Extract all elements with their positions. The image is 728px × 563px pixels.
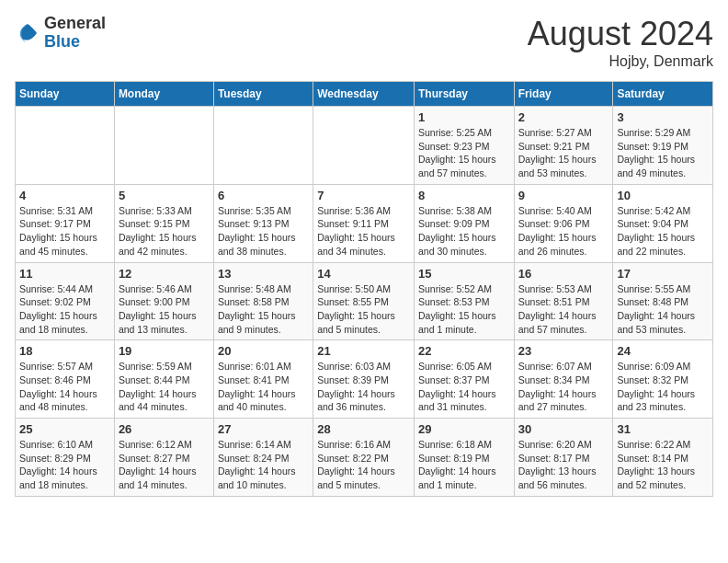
logo-blue-text: Blue (44, 33, 106, 52)
day-info: Sunrise: 5:46 AM Sunset: 9:00 PM Dayligh… (119, 282, 210, 337)
calendar-cell: 9Sunrise: 5:40 AM Sunset: 9:06 PM Daylig… (514, 184, 613, 262)
day-number: 8 (418, 189, 510, 202)
calendar-cell (16, 107, 115, 185)
calendar-cell: 6Sunrise: 5:35 AM Sunset: 9:13 PM Daylig… (213, 184, 313, 262)
day-info: Sunrise: 5:52 AM Sunset: 8:53 PM Dayligh… (418, 282, 510, 337)
day-info: Sunrise: 6:07 AM Sunset: 8:34 PM Dayligh… (518, 360, 609, 414)
calendar-cell: 8Sunrise: 5:38 AM Sunset: 9:09 PM Daylig… (414, 184, 514, 262)
calendar-cell: 4Sunrise: 5:31 AM Sunset: 9:17 PM Daylig… (16, 184, 115, 262)
day-info: Sunrise: 6:03 AM Sunset: 8:39 PM Dayligh… (317, 360, 410, 414)
day-number: 27 (218, 422, 309, 436)
month-title: August 2024 Hojby, Denmark (528, 15, 713, 70)
day-number: 4 (19, 189, 110, 202)
day-number: 12 (119, 267, 210, 281)
calendar-cell: 15Sunrise: 5:52 AM Sunset: 8:53 PM Dayli… (414, 262, 514, 340)
day-number: 2 (518, 110, 609, 124)
calendar-cell: 29Sunrise: 6:18 AM Sunset: 8:19 PM Dayli… (414, 419, 514, 497)
day-info: Sunrise: 6:05 AM Sunset: 8:37 PM Dayligh… (418, 360, 510, 414)
day-info: Sunrise: 5:36 AM Sunset: 9:11 PM Dayligh… (317, 204, 410, 259)
day-info: Sunrise: 5:50 AM Sunset: 8:55 PM Dayligh… (317, 282, 410, 337)
weekday-header-monday: Monday (114, 82, 213, 107)
calendar-cell: 13Sunrise: 5:48 AM Sunset: 8:58 PM Dayli… (213, 262, 313, 340)
calendar-cell: 26Sunrise: 6:12 AM Sunset: 8:27 PM Dayli… (114, 419, 213, 497)
day-info: Sunrise: 5:25 AM Sunset: 9:23 PM Dayligh… (418, 126, 510, 180)
logo: General Blue (15, 15, 106, 52)
day-number: 13 (218, 267, 309, 281)
calendar-cell: 7Sunrise: 5:36 AM Sunset: 9:11 PM Daylig… (313, 184, 415, 262)
day-info: Sunrise: 6:14 AM Sunset: 8:24 PM Dayligh… (218, 438, 309, 492)
day-number: 17 (617, 267, 709, 281)
day-number: 23 (518, 344, 609, 358)
day-info: Sunrise: 6:16 AM Sunset: 8:22 PM Dayligh… (317, 438, 410, 492)
calendar-cell: 18Sunrise: 5:57 AM Sunset: 8:46 PM Dayli… (16, 340, 115, 419)
calendar-cell: 23Sunrise: 6:07 AM Sunset: 8:34 PM Dayli… (514, 340, 613, 419)
day-number: 30 (518, 422, 609, 436)
day-number: 28 (317, 422, 410, 436)
day-info: Sunrise: 6:22 AM Sunset: 8:14 PM Dayligh… (617, 438, 709, 492)
calendar-cell (313, 107, 415, 185)
weekday-header-friday: Friday (514, 82, 613, 107)
day-number: 7 (317, 189, 410, 202)
day-number: 20 (218, 344, 309, 358)
day-info: Sunrise: 6:20 AM Sunset: 8:17 PM Dayligh… (518, 438, 609, 492)
calendar-cell: 28Sunrise: 6:16 AM Sunset: 8:22 PM Dayli… (313, 419, 415, 497)
day-number: 11 (19, 267, 110, 281)
day-info: Sunrise: 5:33 AM Sunset: 9:15 PM Dayligh… (119, 204, 210, 259)
logo-text: General Blue (44, 15, 106, 52)
day-info: Sunrise: 5:27 AM Sunset: 9:21 PM Dayligh… (518, 126, 609, 180)
day-info: Sunrise: 5:31 AM Sunset: 9:17 PM Dayligh… (19, 204, 110, 259)
day-info: Sunrise: 5:40 AM Sunset: 9:06 PM Dayligh… (518, 204, 609, 259)
month-year: August 2024 (528, 15, 713, 53)
page-header: General Blue August 2024 Hojby, Denmark (15, 15, 713, 70)
week-row-1: 1Sunrise: 5:25 AM Sunset: 9:23 PM Daylig… (16, 107, 713, 185)
day-info: Sunrise: 5:55 AM Sunset: 8:48 PM Dayligh… (617, 282, 709, 337)
calendar-cell: 2Sunrise: 5:27 AM Sunset: 9:21 PM Daylig… (514, 107, 613, 185)
day-number: 15 (418, 267, 510, 281)
calendar-cell (114, 107, 213, 185)
day-info: Sunrise: 5:59 AM Sunset: 8:44 PM Dayligh… (119, 360, 210, 414)
calendar-cell: 5Sunrise: 5:33 AM Sunset: 9:15 PM Daylig… (114, 184, 213, 262)
day-number: 26 (119, 422, 210, 436)
logo-general-text: General (44, 15, 106, 33)
day-number: 14 (317, 267, 410, 281)
day-info: Sunrise: 6:01 AM Sunset: 8:41 PM Dayligh… (218, 360, 309, 414)
week-row-3: 11Sunrise: 5:44 AM Sunset: 9:02 PM Dayli… (16, 262, 713, 340)
week-row-2: 4Sunrise: 5:31 AM Sunset: 9:17 PM Daylig… (16, 184, 713, 262)
calendar-cell: 19Sunrise: 5:59 AM Sunset: 8:44 PM Dayli… (114, 340, 213, 419)
weekday-header-tuesday: Tuesday (213, 82, 313, 107)
day-number: 25 (19, 422, 110, 436)
calendar-cell: 10Sunrise: 5:42 AM Sunset: 9:04 PM Dayli… (613, 184, 713, 262)
calendar-cell: 17Sunrise: 5:55 AM Sunset: 8:48 PM Dayli… (613, 262, 713, 340)
calendar-cell: 30Sunrise: 6:20 AM Sunset: 8:17 PM Dayli… (514, 419, 613, 497)
week-row-5: 25Sunrise: 6:10 AM Sunset: 8:29 PM Dayli… (16, 419, 713, 497)
day-number: 3 (617, 110, 709, 124)
day-number: 9 (518, 189, 609, 202)
weekday-header-sunday: Sunday (16, 82, 115, 107)
calendar-cell: 25Sunrise: 6:10 AM Sunset: 8:29 PM Dayli… (16, 419, 115, 497)
calendar-cell: 14Sunrise: 5:50 AM Sunset: 8:55 PM Dayli… (313, 262, 415, 340)
day-info: Sunrise: 5:44 AM Sunset: 9:02 PM Dayligh… (19, 282, 110, 337)
day-info: Sunrise: 5:38 AM Sunset: 9:09 PM Dayligh… (418, 204, 510, 259)
calendar-cell: 31Sunrise: 6:22 AM Sunset: 8:14 PM Dayli… (613, 419, 713, 497)
day-number: 24 (617, 344, 709, 358)
day-number: 21 (317, 344, 410, 358)
day-info: Sunrise: 5:29 AM Sunset: 9:19 PM Dayligh… (617, 126, 709, 180)
day-info: Sunrise: 5:57 AM Sunset: 8:46 PM Dayligh… (19, 360, 110, 414)
day-number: 5 (119, 189, 210, 202)
weekday-header-saturday: Saturday (613, 82, 713, 107)
day-info: Sunrise: 6:18 AM Sunset: 8:19 PM Dayligh… (418, 438, 510, 492)
day-number: 31 (617, 422, 709, 436)
calendar-cell: 24Sunrise: 6:09 AM Sunset: 8:32 PM Dayli… (613, 340, 713, 419)
day-number: 29 (418, 422, 510, 436)
day-number: 16 (518, 267, 609, 281)
day-number: 1 (418, 110, 510, 124)
day-info: Sunrise: 5:42 AM Sunset: 9:04 PM Dayligh… (617, 204, 709, 259)
calendar-cell: 1Sunrise: 5:25 AM Sunset: 9:23 PM Daylig… (414, 107, 514, 185)
calendar-body: 1Sunrise: 5:25 AM Sunset: 9:23 PM Daylig… (16, 107, 713, 497)
calendar-cell: 20Sunrise: 6:01 AM Sunset: 8:41 PM Dayli… (213, 340, 313, 419)
logo-icon (15, 20, 40, 46)
day-info: Sunrise: 5:35 AM Sunset: 9:13 PM Dayligh… (218, 204, 309, 259)
day-number: 19 (119, 344, 210, 358)
calendar-table: SundayMondayTuesdayWednesdayThursdayFrid… (15, 81, 713, 497)
location: Hojby, Denmark (528, 53, 713, 70)
